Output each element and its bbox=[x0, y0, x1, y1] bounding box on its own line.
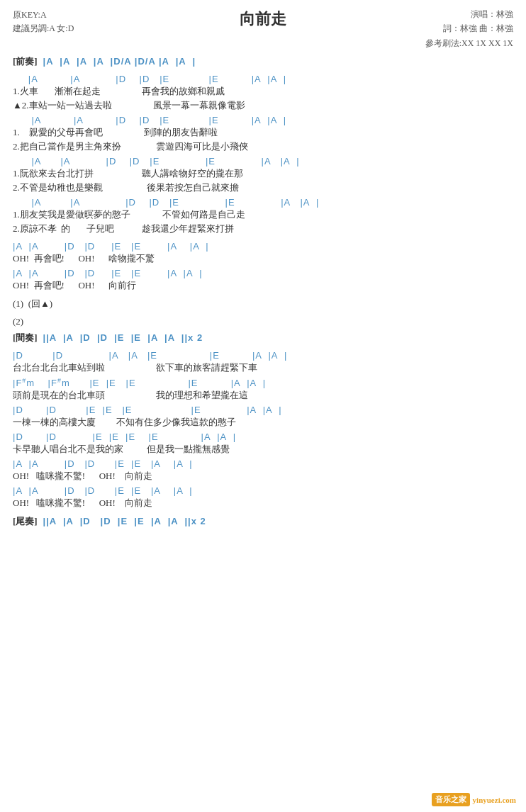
chord-chorus2-2: |A |A |D |D |E |E |A |A | bbox=[13, 485, 513, 496]
verse2-block2: |F#m |F#m |E |E |E |E |A |A | 頭前是現在的台北車頭… bbox=[13, 377, 513, 402]
watermark-url: yinyuezi.com bbox=[473, 796, 516, 804]
lyricist-label: 詞：林強 曲：林強 bbox=[425, 21, 513, 35]
lyric-v1b4-2: 2.原諒不孝 的 子兒吧 趁我還少年趕緊來打拼 bbox=[13, 222, 513, 235]
prelude-block: [前奏] |A |A |A |A |D/A |D/A |A |A | bbox=[13, 55, 513, 68]
chord-v2b4: |D |D |E |E |E |E |A |A | bbox=[13, 432, 513, 442]
lyric-v1b3-1: 1.阮欲來去台北打拼 聽人講啥物好空的攏在那 bbox=[13, 167, 513, 180]
key-label: 原KEY:A bbox=[13, 9, 74, 22]
chord-chorus2: |A |A |D |D |E |E |A |A | bbox=[13, 268, 513, 278]
lyric-v1b2-1: 1. 親愛的父母再會吧 到陣的朋友告辭啦 bbox=[13, 126, 513, 139]
chord-chorus2-1: |A |A |D |D |E |E |A |A | bbox=[13, 458, 513, 469]
interlude-header: [間奏] ||A |A |D |D |E |E |A |A ||x 2 bbox=[13, 332, 513, 344]
lyric-v1b4-1: 1.朋友笑我是愛做暝夢的憨子 不管如何路是自己走 bbox=[13, 208, 513, 221]
verse2-block4: |D |D |E |E |E |E |A |A | 卡早聽人唱台北不是我的家 但… bbox=[13, 432, 513, 456]
chord-v1b4: |A |A |D |D |E |E |A |A | bbox=[13, 197, 513, 208]
lyric-v1b1-1: 1.火車 漸漸在起走 再會我的故鄉和親戚 bbox=[13, 85, 513, 98]
chord-chorus1: |A |A |D |D |E |E |A |A | bbox=[13, 241, 513, 252]
interlude-block: [間奏] ||A |A |D |D |E |E |A |A ||x 2 bbox=[13, 332, 513, 344]
repeat-note2: (2) bbox=[13, 316, 513, 327]
lyric-chorus2-1: OH! 嗑咪攏不驚! OH! 向前走 bbox=[13, 470, 513, 483]
verse1-block3: |A |A |D |D |E |E |A |A | 1.阮欲來去台北打拼 聽人講… bbox=[13, 156, 513, 194]
chorus-block2: |A |A |D |D |E |E |A |A | OH! 再會吧! OH! 向… bbox=[13, 268, 513, 292]
repeat-note1: (1) (回▲) bbox=[13, 298, 513, 310]
lyric-chorus2-2: OH! 嗑咪攏不驚! OH! 向前走 bbox=[13, 497, 513, 509]
verse1-block2: |A |A |D |D |E |E |A |A | 1. 親愛的父母再會吧 到陣… bbox=[13, 115, 513, 153]
lyric-v2b1: 台北台北台北車站到啦 欲下車的旅客請趕緊下車 bbox=[13, 361, 513, 374]
meta-left: 原KEY:A 建議另調:A 女:D bbox=[13, 9, 74, 35]
watermark-box: 音乐之家 bbox=[432, 793, 470, 806]
lyric-v2b2: 頭前是現在的台北車頭 我的理想和希望攏在這 bbox=[13, 389, 513, 402]
verse1-block4: |A |A |D |D |E |E |A |A | 1.朋友笑我是愛做暝夢的憨子… bbox=[13, 197, 513, 235]
chord-v2b1: |D |D |A |A |E |E |A |A | bbox=[13, 350, 513, 361]
outro-block: [尾奏] ||A |A |D |D |E |E |A |A ||x 2 bbox=[13, 515, 513, 528]
chord-v1b1: |A |A |D |D |E |E |A |A | bbox=[13, 74, 513, 84]
lyric-v1b3-2: 2.不管是幼稚也是樂觀 後果若按怎自己就來擔 bbox=[13, 181, 513, 194]
meta-right: 演唱：林強 詞：林強 曲：林強 參考刷法:XX 1X XX 1X bbox=[425, 7, 513, 50]
lyric-v1b2-2: 2.把自己當作是男主角來扮 雲遊四海可比是小飛俠 bbox=[13, 140, 513, 153]
chorus2-block2: |A |A |D |D |E |E |A |A | OH! 嗑咪攏不驚! OH!… bbox=[13, 485, 513, 509]
prelude-header: [前奏] |A |A |A |A |D/A |D/A |A |A | bbox=[13, 55, 513, 68]
page: 原KEY:A 建議另調:A 女:D 向前走 演唱：林強 詞：林強 曲：林強 參考… bbox=[0, 0, 526, 812]
lyric-chorus2: OH! 再會吧! OH! 向前行 bbox=[13, 279, 513, 292]
lyric-repeat1: (1) (回▲) bbox=[13, 298, 513, 310]
outro-header: [尾奏] ||A |A |D |D |E |E |A |A ||x 2 bbox=[13, 515, 513, 528]
lyric-repeat2: (2) bbox=[13, 316, 513, 327]
chord-v2b2: |F#m |F#m |E |E |E |E |A |A | bbox=[13, 377, 513, 388]
chorus2-block1: |A |A |D |D |E |E |A |A | OH! 嗑咪攏不驚! OH!… bbox=[13, 458, 513, 483]
suggest-label: 建議另調:A 女:D bbox=[13, 22, 74, 35]
chord-v1b3: |A |A |D |D |E |E |A |A | bbox=[13, 156, 513, 167]
verse1-block1: |A |A |D |D |E |E |A |A | 1.火車 漸漸在起走 再會我… bbox=[13, 74, 513, 112]
verse2-block3: |D |D |E |E |E |E |A |A | 一棟一棟的高樓大廈 不知有住… bbox=[13, 405, 513, 429]
strum-label: 參考刷法:XX 1X XX 1X bbox=[425, 36, 513, 50]
lyric-v1b1-2: ▲2.車站一站一站過去啦 風景一幕一幕親像電影 bbox=[13, 99, 513, 112]
chorus-block1: |A |A |D |D |E |E |A |A | OH! 再會吧! OH! 啥… bbox=[13, 241, 513, 265]
lyric-v2b4: 卡早聽人唱台北不是我的家 但是我一點攏無感覺 bbox=[13, 443, 513, 456]
lyric-v2b3: 一棟一棟的高樓大廈 不知有住多少像我這款的憨子 bbox=[13, 416, 513, 429]
chord-v1b2: |A |A |D |D |E |E |A |A | bbox=[13, 115, 513, 125]
chord-v2b3: |D |D |E |E |E |E |A |A | bbox=[13, 405, 513, 415]
lyric-chorus1: OH! 再會吧! OH! 啥物攏不驚 bbox=[13, 252, 513, 265]
verse2-block1: |D |D |A |A |E |E |A |A | 台北台北台北車站到啦 欲下車… bbox=[13, 350, 513, 374]
singer-label: 演唱：林強 bbox=[425, 7, 513, 21]
watermark: 音乐之家 yinyuezi.com bbox=[432, 793, 516, 806]
